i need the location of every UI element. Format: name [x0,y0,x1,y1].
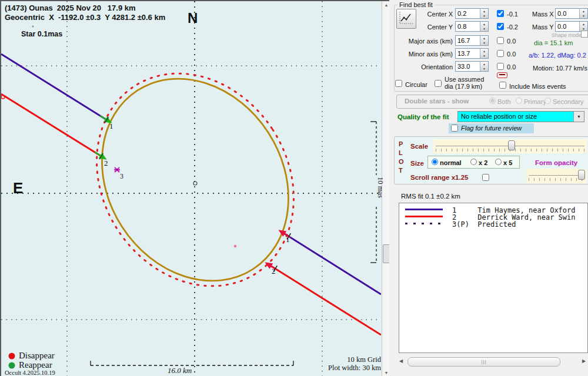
use-assumed-dia-checkbox[interactable] [435,80,442,87]
include-miss-label: Include Miss events [509,83,566,90]
scroll-range-checkbox[interactable] [482,174,489,181]
center-x-field[interactable]: ▲▼ [455,8,489,19]
form-opacity-slider-thumb[interactable] [578,170,585,180]
list-item[interactable]: 2 Derrick Ward, near Swin [399,213,587,220]
orientation-spinner[interactable]: ▲▼ [480,62,488,71]
center-y-adjust-value: -0.2 [507,24,518,31]
double-stars-secondary-label: Secondary [553,98,584,105]
center-x-label: Center X [412,11,453,18]
center-y-field[interactable]: ▲▼ [455,21,489,32]
size-x5-label: x 5 [503,159,512,166]
minor-axis-field[interactable]: ▲▼ [455,48,489,59]
major-axis-label: Major axis (km) [406,38,453,45]
minor-axis-adjust-checkbox[interactable] [497,50,504,57]
geocentric-coords: Geocentric X -1192.0 ±0.3 Y 4281.2 ±0.6 … [5,13,165,22]
major-axis-spinner[interactable]: ▲▼ [480,36,488,45]
size-x2-label: x 2 [479,159,487,166]
double-stars-both-radio[interactable] [489,98,496,104]
center-y-label: Center Y [412,24,453,31]
size-x2-radio[interactable] [470,159,477,165]
scroll-right-arrow[interactable]: ▶ [580,357,588,367]
circular-label: Circular [405,81,427,88]
predicted-number: 3 [120,172,123,181]
use-assumed-label-1: Use assumed [445,76,484,83]
mass-x-label: Mass X [532,11,554,18]
include-miss-checkbox[interactable] [499,82,506,89]
collapse-button[interactable] [497,72,507,78]
scale-slider[interactable] [433,139,587,153]
center-x-input[interactable] [456,9,481,17]
double-stars-primary-radio[interactable] [516,98,522,104]
center-y-spinner[interactable]: ▲▼ [480,22,488,31]
mass-y-label: Mass Y [532,24,553,31]
size-normal-radio[interactable] [432,159,438,165]
list-horizontal-scrollbar[interactable]: ◀ ||| ▶ [397,357,588,367]
center-x-adjust-checkbox[interactable] [497,10,504,17]
size-x5-radio[interactable] [495,159,502,165]
orientation-input[interactable] [456,62,481,70]
minor-axis-input[interactable] [456,49,481,57]
chord-2-number-right: 2 [272,267,276,276]
mass-x-input[interactable] [556,9,580,17]
small-pink-dot [234,245,236,247]
chord-1-right [283,233,381,294]
center-y-input[interactable] [456,22,481,30]
north-label: N [188,10,198,26]
size-label: Size [410,160,424,167]
chord-2-line-swatch [405,216,443,217]
mass-y-spinner[interactable]: ▲▼ [579,22,587,31]
orientation-adjust-checkbox[interactable] [497,63,504,70]
quality-value: No reliable position or size [461,113,537,120]
shape-model-label: Shape model [552,32,583,38]
chord-1-number-right: 1 [286,235,290,244]
scroll-left-arrow[interactable]: ◀ [397,357,405,367]
quality-combobox[interactable]: No reliable position or size ▼ [457,111,584,122]
minor-axis-adjust-value: 0.0 [507,51,516,58]
minor-axis-label: Minor axis (km) [406,51,453,58]
mass-x-spinner[interactable]: ▲▼ [579,9,587,18]
mas-scale-label: 10 mas [376,177,385,198]
orientation-field[interactable]: ▲▼ [455,61,489,72]
grid-spacing-label: 10 km Grid [330,355,381,364]
predicted-dotted-swatch [405,223,443,224]
plot-title: (1473) Ounas 2025 Nov 20 17.9 km [5,4,136,12]
center-x-spinner[interactable]: ▲▼ [480,9,488,18]
plot-area[interactable]: (1473) Ounas 2025 Nov 20 17.9 km Geocent… [0,0,389,376]
shape-model-box[interactable] [581,31,588,38]
double-stars-primary-label: Primary [524,98,546,105]
flag-review-checkbox[interactable] [451,125,458,132]
observer-list[interactable]: 1 Tim Haymes, near Oxford 2 Derrick Ward… [399,203,588,353]
scale-bar-label: 16.0 km [168,366,192,375]
minor-axis-spinner[interactable]: ▲▼ [480,49,488,58]
double-stars-both-label: Both [497,98,511,105]
list-item[interactable]: 3(P) Predicted [399,220,587,227]
observer-row-text: 3(P) Predicted [452,220,516,229]
occult-window: (1473) Ounas 2025 Nov 20 17.9 km Geocent… [0,0,588,376]
mass-x-field[interactable]: ▲▼ [555,8,588,19]
flag-review-label: Flag for future review [461,125,522,132]
mass-y-input[interactable] [556,22,580,30]
use-assumed-label-2: dia (17.9 km) [445,83,482,90]
axis-ratio-text: a/b: 1.22, dMag: 0.2 [529,52,586,59]
horizontal-scrollbar-thumb[interactable]: ||| [407,357,560,367]
center-y-adjust-checkbox[interactable] [497,23,504,30]
motion-text: Motion: 10.77 km/s [533,65,587,72]
major-axis-field[interactable]: ▲▼ [455,35,489,46]
find-best-fit-label: Find best fit [397,1,435,8]
combo-dropdown-arrow-icon[interactable]: ▼ [573,112,584,122]
form-opacity-slider[interactable] [526,169,587,183]
double-stars-secondary-radio[interactable] [544,98,551,104]
version-label: Occult 4.2025.10.19 [5,370,55,376]
quality-label: Quality of the fit [397,113,449,120]
chord-1-line-swatch [405,209,443,210]
major-axis-adjust-value: 0.0 [507,38,516,45]
list-item[interactable]: 1 Tim Haymes, near Oxford [399,206,587,213]
major-axis-adjust-checkbox[interactable] [497,37,504,44]
plot-canvas [1,1,381,376]
circular-checkbox[interactable] [395,80,402,87]
scale-slider-thumb[interactable] [508,140,515,150]
major-axis-input[interactable] [456,36,481,44]
rms-fit-label: RMS fit 0.1 ±0.2 km [401,193,460,200]
plot-group-letters: P L O T [399,140,404,175]
assumed-diameter-dotted-ellipse [57,36,333,324]
